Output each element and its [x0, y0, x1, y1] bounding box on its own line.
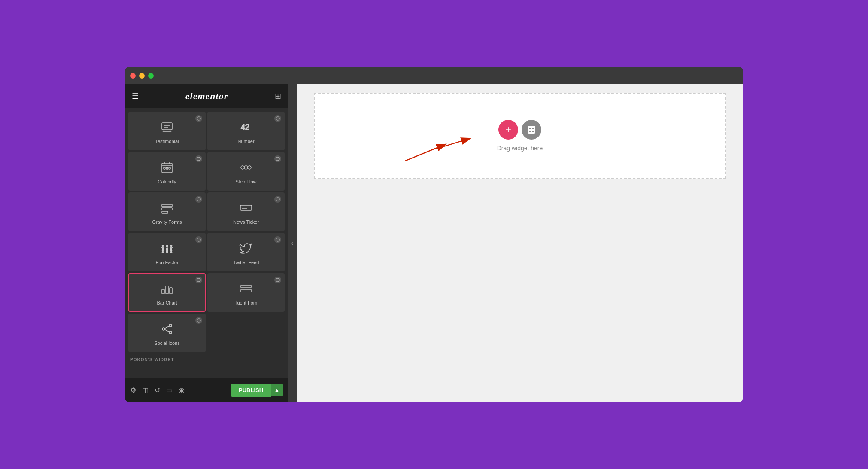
- canvas: + Drag widget he: [297, 84, 743, 402]
- widget-step-flow[interactable]: Step Flow: [207, 152, 285, 191]
- minimize-button[interactable]: [139, 73, 145, 79]
- pro-badge: [274, 155, 281, 162]
- twitter-feed-label: Twitter Feed: [233, 260, 259, 265]
- publish-btn-group[interactable]: PUBLISH ▲: [231, 384, 283, 397]
- widget-fun-factor[interactable]: x o x x o x x o x Fun Factor: [128, 233, 206, 271]
- step-flow-icon: [239, 161, 253, 177]
- sidebar-content[interactable]: Testimonial 42 Number: [125, 108, 288, 378]
- settings-icon[interactable]: ⚙: [130, 386, 136, 394]
- pro-badge: [195, 277, 202, 283]
- svg-rect-45: [532, 130, 534, 132]
- svg-rect-16: [162, 208, 172, 210]
- widget-social-icons[interactable]: Social Icons: [128, 314, 206, 352]
- news-ticker-label: News Ticker: [233, 219, 259, 225]
- svg-point-20: [197, 238, 200, 241]
- fluent-form-label: Fluent Form: [233, 300, 258, 305]
- svg-line-39: [438, 138, 470, 149]
- section-label: POKON'S WIDGET: [128, 354, 285, 364]
- svg-point-14: [197, 198, 200, 201]
- svg-rect-6: [164, 168, 165, 169]
- pro-badge: [274, 115, 281, 122]
- svg-rect-27: [166, 286, 168, 294]
- sidebar: ☰ elementor ⊞ Testimonial: [125, 84, 288, 402]
- social-icons-label: Social Icons: [154, 341, 179, 346]
- svg-point-34: [162, 328, 165, 330]
- testimonial-label: Testimonial: [155, 139, 179, 144]
- pro-badge: [195, 115, 202, 122]
- widget-calendly[interactable]: Calendly: [128, 152, 206, 191]
- preview-icon[interactable]: ◉: [179, 386, 185, 394]
- gravity-forms-icon: [160, 201, 174, 217]
- svg-rect-17: [162, 211, 168, 213]
- maximize-button[interactable]: [148, 73, 154, 79]
- svg-rect-44: [529, 130, 531, 132]
- fluent-form-icon: [239, 282, 253, 298]
- svg-rect-1: [162, 123, 172, 130]
- svg-point-18: [276, 198, 279, 201]
- history-icon[interactable]: ↺: [155, 386, 160, 394]
- publish-dropdown-button[interactable]: ▲: [271, 384, 283, 396]
- svg-line-40: [405, 144, 446, 161]
- svg-point-32: [197, 319, 200, 322]
- pro-badge: [274, 196, 281, 203]
- layers-icon[interactable]: ◫: [142, 386, 149, 394]
- bar-chart-label: Bar Chart: [157, 300, 177, 305]
- svg-rect-8: [169, 168, 170, 169]
- add-template-button[interactable]: [522, 120, 541, 140]
- collapse-sidebar-tab[interactable]: ‹: [288, 84, 297, 402]
- widget-fluent-form[interactable]: Fluent Form: [207, 273, 285, 312]
- svg-point-24: [276, 238, 279, 241]
- svg-line-36: [165, 326, 169, 328]
- drop-label: Drag widget here: [497, 145, 543, 152]
- drop-zone[interactable]: + Drag widget he: [314, 93, 726, 179]
- bar-chart-icon: [160, 282, 174, 298]
- widget-number[interactable]: 42 Number: [207, 112, 285, 150]
- titlebar: [125, 67, 743, 84]
- svg-rect-15: [162, 204, 172, 207]
- gravity-forms-label: Gravity Forms: [152, 219, 182, 225]
- svg-rect-31: [241, 289, 251, 292]
- elementor-logo: elementor: [185, 91, 228, 102]
- svg-point-35: [169, 331, 172, 334]
- fun-factor-label: Fun Factor: [155, 260, 178, 265]
- pro-badge: [195, 155, 202, 162]
- step-flow-label: Step Flow: [236, 179, 257, 184]
- widget-testimonial[interactable]: Testimonial: [128, 112, 206, 150]
- pro-badge: [195, 236, 202, 243]
- apps-grid-icon[interactable]: ⊞: [275, 91, 281, 101]
- footer-icons: ⚙ ◫ ↺ ▭ ◉: [130, 386, 185, 394]
- pro-badge: [195, 317, 202, 324]
- publish-button[interactable]: PUBLISH: [231, 384, 271, 397]
- add-section-button[interactable]: +: [498, 120, 518, 140]
- drop-zone-content: + Drag widget he: [497, 120, 543, 152]
- svg-text:x o x: x o x: [162, 250, 172, 253]
- svg-point-0: [197, 117, 200, 120]
- close-button[interactable]: [130, 73, 136, 79]
- svg-point-9: [276, 157, 279, 161]
- responsive-icon[interactable]: ▭: [166, 386, 173, 394]
- fun-factor-icon: x o x x o x x o x: [160, 241, 174, 257]
- svg-point-29: [276, 278, 279, 282]
- number-label: Number: [237, 139, 254, 144]
- social-icons-icon: [160, 322, 174, 338]
- widget-bar-chart[interactable]: Bar Chart: [128, 273, 206, 312]
- svg-rect-43: [532, 127, 534, 129]
- widget-news-ticker[interactable]: News Ticker: [207, 192, 285, 231]
- widget-twitter-feed[interactable]: Twitter Feed: [207, 233, 285, 271]
- svg-point-12: [248, 166, 251, 169]
- svg-point-25: [197, 278, 200, 282]
- sidebar-footer: ⚙ ◫ ↺ ▭ ◉ PUBLISH ▲: [125, 378, 288, 402]
- app-window: ☰ elementor ⊞ Testimonial: [125, 67, 743, 402]
- pro-badge: [195, 196, 202, 203]
- svg-rect-26: [162, 289, 164, 294]
- hamburger-icon[interactable]: ☰: [132, 91, 139, 101]
- twitter-feed-icon: [239, 241, 253, 257]
- number-icon: 42: [239, 120, 253, 136]
- svg-rect-7: [166, 168, 168, 169]
- svg-rect-28: [170, 288, 172, 294]
- svg-line-37: [165, 329, 169, 332]
- svg-point-10: [241, 166, 244, 169]
- svg-rect-42: [529, 127, 531, 129]
- widget-gravity-forms[interactable]: Gravity Forms: [128, 192, 206, 231]
- news-ticker-icon: [239, 201, 253, 217]
